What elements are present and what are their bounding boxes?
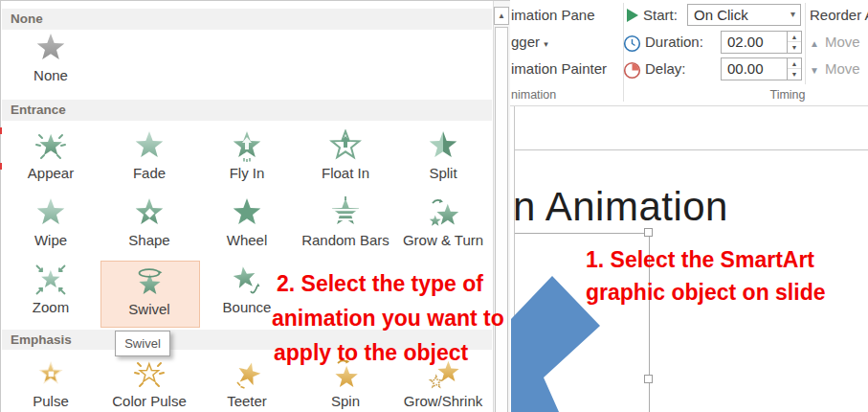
animation-item-shape[interactable]: Shape — [101, 196, 197, 248]
animation-painter-button[interactable]: imation Painter — [511, 60, 607, 77]
triangle-up-icon: ▲ — [810, 38, 819, 49]
animation-item-label: Teeter — [199, 393, 295, 409]
animation-item-label: Wheel — [199, 232, 295, 248]
shape-icon — [133, 196, 166, 229]
animation-item-grow-turn[interactable]: Grow & Turn — [395, 196, 491, 248]
swivel-tooltip: Swivel — [115, 331, 170, 356]
slide-title[interactable]: n Animation — [513, 184, 728, 230]
animation-item-swivel[interactable]: Swivel — [101, 265, 197, 317]
slide-top-edge — [514, 149, 868, 150]
animation-item-label: Split — [395, 165, 491, 181]
wheel-icon — [231, 196, 263, 229]
annotation-line: animation you want to — [272, 301, 504, 335]
triangle-down-icon: ▼ — [810, 65, 819, 76]
duration-clock-icon — [623, 34, 641, 53]
animation-item-label: Zoom — [3, 299, 99, 315]
animation-item-label: Shape — [101, 232, 197, 248]
animation-item-pulse[interactable]: Pulse — [3, 357, 99, 409]
swivel-icon — [133, 265, 166, 298]
ribbon-group-divider — [805, 3, 806, 84]
animation-item-wipe[interactable]: Wipe — [3, 196, 99, 248]
fly-in-icon — [231, 129, 263, 162]
animation-item-label: Random Bars — [298, 232, 393, 248]
animation-item-wheel[interactable]: Wheel — [199, 196, 295, 248]
delay-spin-buttons: ▲ ▼ — [787, 58, 801, 80]
animation-item-label: None — [3, 67, 99, 83]
grow-and-turn-icon — [427, 196, 459, 229]
scrollbar-up-button[interactable]: ▲ — [494, 7, 509, 25]
wipe-icon — [34, 196, 67, 229]
animation-item-label: Spin — [298, 393, 393, 409]
animation-item-fly-in[interactable]: Fly In — [199, 129, 295, 181]
animation-item-label: Fly In — [199, 165, 295, 181]
animation-pane-button[interactable]: imation Pane — [511, 7, 595, 23]
reorder-animation-label: Reorder A — [810, 7, 868, 23]
annotation-step1: 1. Select the SmartArt graphic object on… — [586, 243, 825, 309]
spin-down-icon[interactable]: ▼ — [788, 69, 801, 80]
zoom-icon — [34, 263, 67, 296]
animation-item-float-in[interactable]: Float In — [298, 129, 393, 181]
teeter-icon — [231, 357, 263, 390]
animation-item-label: Grow/Shrink — [395, 393, 491, 409]
spin-up-icon[interactable]: ▲ — [788, 58, 801, 69]
animation-item-split[interactable]: Split — [395, 129, 491, 181]
play-icon — [627, 9, 638, 22]
annotation-line: apply to the object — [272, 335, 504, 370]
fade-icon — [133, 129, 166, 162]
move-earlier-button[interactable]: ▲Move — [810, 34, 860, 50]
delay-value: 00.00 — [727, 60, 764, 77]
none-star-icon — [34, 32, 67, 64]
animation-item-zoom[interactable]: Zoom — [3, 263, 99, 315]
annotation-line: 2. Select the type of — [272, 266, 504, 301]
animation-item-color-pulse[interactable]: Color Pulse — [101, 357, 197, 409]
delay-timer-icon — [623, 61, 641, 80]
start-label: Start: — [643, 7, 678, 23]
advanced-animation-group-label: nimation — [511, 88, 556, 102]
delay-spinner[interactable]: 00.00 ▲ ▼ — [721, 57, 802, 80]
selection-border-top — [515, 233, 649, 234]
trigger-button[interactable]: gger ▾ — [511, 34, 548, 50]
ribbon-bottom-border — [509, 105, 868, 106]
selection-handle[interactable] — [644, 228, 653, 237]
duration-value: 02.00 — [727, 34, 764, 50]
bounce-icon — [231, 263, 263, 296]
move-later-label: Move — [825, 60, 860, 77]
timing-group-label: Timing — [759, 88, 816, 102]
spin-down-icon[interactable]: ▼ — [788, 42, 801, 53]
animation-item-label: Float In — [298, 165, 393, 181]
move-earlier-label: Move — [825, 34, 860, 50]
animation-item-appear[interactable]: Appear — [3, 129, 99, 181]
duration-label: Duration: — [645, 34, 703, 50]
chevron-down-icon[interactable]: ▾ — [790, 9, 795, 19]
animation-item-label: Swivel — [101, 301, 197, 317]
color-pulse-icon — [133, 357, 166, 390]
cropped-annotation-mark — [0, 163, 2, 170]
float-in-icon — [329, 129, 362, 162]
start-dropdown[interactable]: On Click ▾ — [687, 4, 801, 26]
animation-item-label: Grow & Turn — [395, 232, 491, 248]
animation-item-label: Pulse — [3, 393, 99, 409]
animation-item-label: Color Pulse — [101, 393, 197, 409]
random-bars-icon — [329, 196, 362, 229]
powerpoint-animation-ui: imation Pane gger ▾ imation Painter nima… — [0, 0, 868, 412]
section-header-entrance: Entrance — [2, 100, 492, 121]
animation-item-label: Wipe — [3, 232, 99, 248]
cropped-annotation-mark — [0, 127, 2, 134]
animation-item-label: Appear — [3, 165, 99, 181]
animation-item-random-bars[interactable]: Random Bars — [298, 196, 393, 248]
move-later-button[interactable]: ▼Move — [810, 60, 860, 77]
annotation-line: graphic object on slide — [586, 276, 825, 309]
appear-icon — [34, 129, 67, 162]
spin-up-icon[interactable]: ▲ — [788, 32, 801, 42]
pulse-icon — [34, 357, 67, 390]
annotation-step2: 2. Select the type of animation you want… — [272, 266, 504, 370]
animation-item-fade[interactable]: Fade — [101, 129, 197, 181]
duration-spin-buttons: ▲ ▼ — [787, 32, 801, 53]
start-dropdown-value: On Click — [694, 7, 748, 23]
triangle-up-icon: ▲ — [498, 11, 505, 20]
annotation-line: 1. Select the SmartArt — [586, 243, 825, 276]
section-header-none: None — [2, 9, 492, 30]
selection-handle[interactable] — [644, 375, 653, 383]
duration-spinner[interactable]: 02.00 ▲ ▼ — [721, 31, 802, 54]
animation-item-none[interactable]: None — [3, 32, 99, 83]
